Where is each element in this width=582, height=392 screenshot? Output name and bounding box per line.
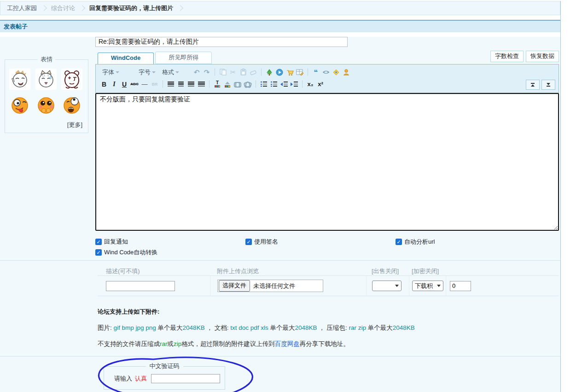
chevron-right-icon (177, 5, 183, 11)
tab-wysiwyg[interactable]: 所见即所得 (155, 52, 212, 64)
post-body-editor[interactable]: 不分版面，只要回复就需要验证 (95, 93, 559, 231)
panda-emoticon[interactable] (61, 68, 83, 90)
option-reply-notify[interactable]: ✓ 回复通知 (95, 238, 245, 246)
eraser-icon[interactable] (249, 68, 258, 77)
toolbar-separator (215, 69, 215, 76)
text-color-icon[interactable]: T (213, 80, 222, 89)
cute-blush-emoticon[interactable] (35, 94, 57, 116)
encrypt-select[interactable]: 下载积 (412, 281, 443, 291)
breadcrumb: 工控人家园 综合讨论 回复需要验证码的，请上传图片 (0, 1, 560, 15)
chevron-right-icon (41, 5, 47, 11)
scroll-top-button[interactable] (526, 80, 540, 90)
word-count-button[interactable]: 字数检查 (490, 51, 524, 62)
paste-icon[interactable] (239, 68, 248, 77)
chevron-down-icon (175, 71, 179, 73)
superscript-icon[interactable]: x² (316, 80, 325, 89)
strikethrough-icon[interactable]: ABC (130, 80, 139, 89)
attachment-encrypt-header: [加密关闭] (409, 267, 446, 275)
restore-data-button[interactable]: 恢复数据 (526, 51, 559, 62)
breadcrumb-topic: 回复需要验证码的，请上传图片 (89, 4, 173, 12)
font-size-dropdown[interactable]: 字号 (136, 68, 158, 76)
option-use-signature[interactable]: ✓ 使用签名 (245, 238, 396, 246)
upload-note-line: 不支持的文件请压缩成rar或zip格式，超过限制的附件建议上传到百度网盘再分享下… (98, 340, 560, 348)
sweat-cat-emoticon[interactable] (35, 68, 57, 90)
toolbar-separator (261, 69, 262, 76)
checkbox-checked-icon[interactable]: ✓ (245, 239, 252, 245)
unordered-list-icon[interactable] (269, 80, 279, 89)
checkbox-checked-icon[interactable]: ✓ (95, 249, 102, 256)
user-icon[interactable] (342, 68, 351, 77)
format-dropdown[interactable]: 格式 (159, 68, 182, 76)
toolbar-separator (256, 81, 256, 88)
insert-link-icon[interactable] (233, 80, 242, 89)
attachment-sell-header: [出售关闭] (366, 267, 409, 275)
code-icon[interactable]: <> (321, 68, 331, 77)
breadcrumb-home[interactable]: 工控人家园 (7, 4, 37, 12)
underline-icon[interactable]: U (120, 80, 129, 89)
attachment-section: 描述(可不填) 附件上传点浏览 [出售关闭] [加密关闭] 选择文件 未选择任何… (0, 261, 560, 296)
remove-link-icon[interactable] (243, 80, 252, 89)
align-center-icon[interactable] (176, 80, 186, 89)
outdent-icon[interactable] (279, 80, 289, 89)
toolbar-separator (209, 81, 210, 88)
font-family-dropdown[interactable]: 字体 (99, 68, 122, 76)
bold-icon[interactable]: B (99, 80, 109, 89)
align-right-icon[interactable] (186, 80, 196, 89)
horizontal-rule-icon[interactable]: — (140, 80, 149, 89)
indent-icon[interactable] (290, 80, 299, 89)
align-justify-icon[interactable] (197, 80, 206, 89)
scroll-bottom-button[interactable] (541, 80, 555, 90)
tongue-wink-emoticon[interactable] (9, 94, 31, 116)
align-left-icon[interactable] (166, 80, 175, 89)
insert-image-icon[interactable] (265, 68, 274, 77)
option-windcode-auto[interactable]: ✓ Wind Code自动转换 (95, 248, 157, 257)
choose-file-button[interactable]: 选择文件 (219, 280, 250, 292)
attachment-upload-header: 附件上传点浏览 (210, 267, 366, 275)
file-input[interactable]: 选择文件 未选择任何文件 (217, 280, 323, 292)
copy-icon[interactable] (218, 68, 227, 77)
checkbox-checked-icon[interactable]: ✓ (396, 239, 402, 245)
upload-formats-line: 图片: gif bmp jpg png 单个最大2048KB ， 文档: txt… (98, 324, 560, 332)
insert-table-icon[interactable] (295, 68, 304, 77)
checkbox-checked-icon[interactable]: ✓ (95, 239, 102, 245)
smirk-face-emoticon[interactable] (9, 68, 31, 90)
baidu-pan-link[interactable]: 百度网盘 (275, 340, 300, 347)
editor-toolbar: 字体 字号 格式 ↶ ↷ ✂ (95, 64, 559, 93)
chevron-down-icon (152, 71, 156, 73)
flash-icon[interactable] (332, 68, 341, 77)
post-title-input[interactable] (95, 37, 348, 47)
sell-select[interactable] (372, 281, 402, 291)
editor-column: WindCode 所见即所得 字数检查 恢复数据 字体 字号 格式 (95, 53, 559, 257)
more-emoticons-link[interactable]: [更多] (8, 116, 85, 129)
subscript-icon[interactable]: x₂ (306, 80, 315, 89)
line-break-icon[interactable]: BR (150, 80, 159, 89)
captcha-legend: 中文验证码 (146, 362, 183, 370)
option-auto-url[interactable]: ✓ 自动分析url (396, 238, 435, 246)
breadcrumb-forum[interactable]: 综合讨论 (51, 4, 75, 12)
captcha-fieldset: 中文验证码 请输入 认真 (104, 362, 225, 390)
captcha-input[interactable] (151, 374, 220, 383)
redo-icon[interactable]: ↷ (202, 68, 211, 77)
file-status-text: 未选择任何文件 (253, 282, 295, 290)
cut-icon[interactable]: ✂ (228, 68, 238, 77)
tab-windcode[interactable]: WindCode (98, 53, 154, 64)
captcha-section: 中文验证码 请输入 认真 (0, 362, 560, 392)
insert-media-icon[interactable] (275, 68, 284, 77)
attachment-desc-input[interactable] (106, 281, 175, 291)
spacer (0, 15, 560, 20)
background-color-icon[interactable] (223, 80, 232, 89)
italic-icon[interactable]: I (110, 80, 119, 89)
undo-icon[interactable]: ↶ (192, 68, 201, 77)
shopping-cart-icon[interactable] (285, 68, 294, 77)
emoticon-panel: 表情 (5, 55, 88, 133)
attachment-desc-header: 描述(可不填) (98, 267, 210, 275)
shocked-emoticon[interactable] (61, 94, 83, 116)
section-divider (0, 356, 560, 357)
toolbar-separator (308, 69, 308, 76)
chevron-down-icon (437, 285, 441, 287)
ordered-list-icon[interactable] (259, 80, 268, 89)
post-options: ✓ 回复通知 ✓ 使用签名 ✓ 自动分析url ✓ Wind Code自动转换 (95, 238, 559, 257)
quote-icon[interactable]: ❝ (311, 68, 320, 77)
chevron-down-icon (116, 71, 119, 73)
price-input[interactable] (450, 281, 471, 291)
